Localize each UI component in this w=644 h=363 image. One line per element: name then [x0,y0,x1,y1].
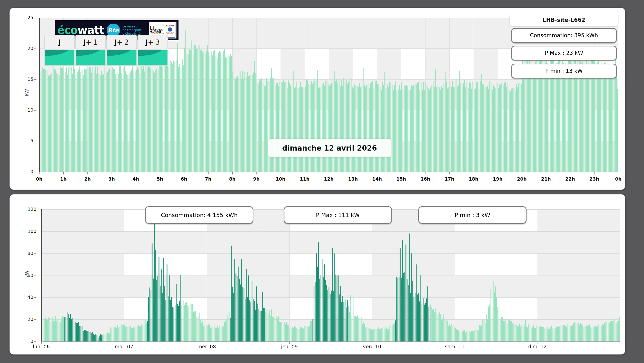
daily-y-tick: 15 [25,76,36,82]
ecowatt-day-button-j[interactable]: J [44,35,75,50]
daily-x-tick: 10h [276,176,285,182]
daily-x-tick: 17h [444,176,454,182]
daily-x-tick: 5h [157,176,163,182]
rte-caption: Le réseau de transport d'électricité [123,25,142,35]
daily-pmin-badge: P min : 13 kW [511,64,617,79]
daily-x-tick: 2h [84,176,91,182]
daily-chart-card: 0510152025 kW 0h1h2h3h4h5h6h7h8h9h10h11h… [9,8,625,190]
daily-x-tick: 4h [133,176,139,182]
weekly-y-tick: 80 [25,251,36,256]
weekly-x-tick: sam. 11 [445,344,464,349]
weekly-x-tick: dim. 12 [528,344,547,349]
ecowatt-eco-text: éco [57,24,77,36]
weekly-x-tick: mer. 08 [197,344,216,349]
dashboard-page: 0510152025 kW 0h1h2h3h4h5h6h7h8h9h10h11h… [0,0,644,363]
weekly-pmax-badge: P Max : 111 kW [284,206,392,224]
daily-x-tick: 9h [253,176,260,182]
daily-x-tick: 15h [396,176,406,182]
ecowatt-day-button-j+2[interactable]: J + 2 [106,35,137,50]
daily-y-tick: 25 [25,15,36,20]
ecowatt-day-button-j+1[interactable]: J + 1 [75,35,106,50]
daily-y-tick: 5 [25,138,36,143]
french-flag-icon [150,26,154,29]
weekly-y-tick: 40 [25,295,36,300]
daily-consumption-badge: Consommation: 395 kWh [511,28,617,43]
ecowatt-signal-tile-green-j+3[interactable] [137,50,168,66]
daily-x-tick: 19h [493,176,503,182]
weekly-y-tick: 0 [25,339,36,344]
ecowatt-signal-tile-green-j[interactable] [44,50,75,66]
daily-x-tick: 1h [60,176,66,182]
daily-x-tick: 8h [229,176,235,182]
daily-pmax-badge: P Max : 23 kW [511,46,617,61]
daily-x-tick: 11h [300,176,310,182]
daily-x-tick: 3h [108,176,115,182]
weekly-x-tick: ven. 10 [363,344,381,349]
weekly-y-tick: 100 [25,229,36,239]
daily-y-tick: 10 [25,107,36,113]
daily-x-tick: 20h [517,176,527,182]
weekly-chart-card: 020406080100120 kW lun. 06mar. 07mer. 08… [9,194,625,355]
daily-x-tick: 0h [615,176,621,182]
daily-x-tick: 14h [372,176,382,182]
weekly-x-tick: lun. 06 [33,344,50,349]
weekly-y-tick: 20 [25,317,36,322]
weekly-power-chart[interactable] [41,209,620,345]
daily-x-tick: 13h [348,176,358,182]
weekly-y-tick: 120 [25,207,36,217]
weekly-consumption-badge: Consommation: 4 155 kWh [145,206,253,224]
ecowatt-day-button-j+3[interactable]: J + 3 [137,35,168,50]
daily-y-tick: 0 [25,169,36,174]
weekly-pmin-badge: P min : 3 kW [418,206,527,224]
ecowatt-signal-tile-green-j+1[interactable] [75,50,106,66]
daily-x-tick: 12h [324,176,334,182]
daily-x-tick: 21h [541,176,551,182]
weekly-y-unit: kW [24,270,29,278]
ademe-globe-icon [168,27,172,32]
daily-x-tick: 22h [565,176,575,182]
weekly-x-tick: jeu. 09 [281,344,298,349]
daily-x-tick: 18h [469,176,479,182]
daily-y-unit: kW [24,89,29,96]
daily-date-label: dimanche 12 avril 2026 [268,139,391,157]
weekly-x-tick: mar. 07 [115,344,133,349]
daily-x-tick: 7h [205,176,211,182]
daily-x-tick: 0h [36,176,42,182]
daily-x-tick: 16h [420,176,430,182]
daily-y-tick: 20 [25,46,36,51]
site-title: LHB-site-L662 [510,14,618,26]
daily-x-tick: 6h [181,176,187,182]
ecowatt-watt-text: watt [77,24,104,36]
ecowatt-signal-tile-green-j+2[interactable] [106,50,137,66]
ecowatt-wordmark: écowatt [57,25,104,36]
daily-x-tick: 23h [589,176,599,182]
